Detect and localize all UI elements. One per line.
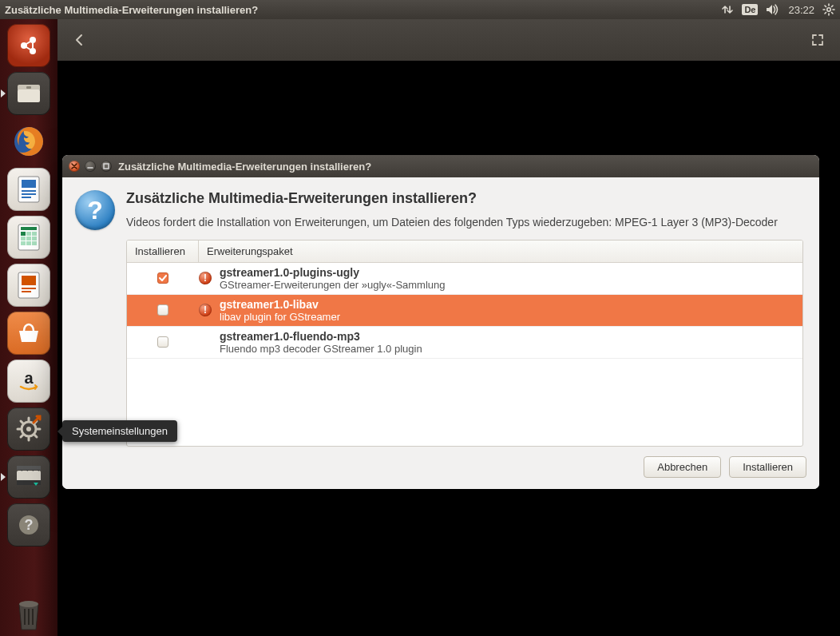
install-checkbox[interactable] (157, 304, 168, 316)
launcher-trash[interactable] (7, 593, 50, 636)
svg-rect-11 (22, 193, 36, 195)
launcher-impress[interactable] (7, 264, 50, 307)
warning-icon: ! (199, 272, 212, 284)
svg-rect-39 (28, 609, 30, 625)
install-checkbox[interactable] (157, 272, 168, 284)
dialog-description: Videos fordert die Installation von Erwe… (126, 215, 803, 230)
gear-icon[interactable] (822, 3, 835, 16)
back-button[interactable] (69, 29, 91, 51)
clock[interactable]: 23:22 (788, 4, 814, 16)
svg-rect-6 (26, 86, 31, 89)
window-minimize-button[interactable] (85, 161, 96, 172)
dialog-titlebar[interactable]: Zusätzliche Multimedia-Erweiterungen ins… (62, 155, 819, 177)
svg-rect-19 (26, 237, 31, 240)
svg-point-37 (19, 601, 38, 607)
package-desc: libav plugin for GStreamer (220, 311, 796, 323)
svg-rect-20 (32, 237, 37, 240)
svg-rect-26 (22, 288, 36, 289)
svg-rect-22 (26, 241, 31, 245)
top-panel: Zusätzliche Multimedia-Erweiterungen ins… (0, 0, 840, 19)
svg-text:a: a (24, 369, 34, 387)
svg-rect-18 (21, 237, 26, 240)
svg-rect-41 (104, 164, 109, 169)
launcher-amazon[interactable]: a (7, 360, 50, 403)
svg-rect-25 (22, 276, 36, 285)
launcher-writer[interactable] (7, 168, 50, 211)
dialog-footer: Abbrechen Installieren (62, 447, 819, 489)
svg-rect-15 (21, 232, 26, 236)
col-install-header[interactable]: Installieren (127, 240, 199, 262)
launcher-video-editor[interactable] (7, 455, 50, 499)
svg-rect-40 (32, 609, 34, 625)
keyboard-indicator[interactable]: De (742, 4, 758, 15)
warning-icon: ! (199, 304, 212, 316)
launcher-files[interactable] (7, 72, 50, 115)
active-window-title: Zusätzliche Multimedia-Erweiterungen ins… (5, 4, 721, 16)
window-close-button[interactable] (69, 161, 80, 172)
video-app-toolbar (57, 19, 840, 61)
table-row[interactable]: !gstreamer1.0-libavlibav plugin for GStr… (127, 295, 802, 327)
svg-rect-9 (22, 180, 36, 188)
svg-rect-38 (24, 609, 26, 625)
svg-rect-27 (22, 291, 31, 292)
table-header: Installieren Erweiterungspaket (127, 240, 802, 263)
launcher-help[interactable]: ? (7, 503, 50, 547)
svg-point-30 (26, 427, 31, 431)
package-desc: Fluendo mp3 decoder GStreamer 1.0 plugin (220, 343, 796, 355)
table-row[interactable]: !gstreamer1.0-plugins-uglyGStreamer-Erwe… (127, 263, 802, 295)
package-desc: GStreamer-Erweiterungen der »ugly«-Samml… (220, 279, 796, 291)
network-icon[interactable] (721, 3, 734, 16)
svg-rect-21 (21, 241, 26, 245)
package-name: gstreamer1.0-plugins-ugly (220, 266, 796, 279)
package-name: gstreamer1.0-libav (220, 298, 796, 311)
launcher: a ? (0, 19, 57, 636)
col-package-header[interactable]: Erweiterungspaket (199, 240, 802, 262)
dialog-title: Zusätzliche Multimedia-Erweiterungen ins… (118, 161, 371, 173)
svg-rect-12 (22, 197, 31, 198)
launcher-calc[interactable] (7, 216, 50, 259)
indicator-area: De 23:22 (721, 3, 835, 16)
svg-rect-5 (18, 89, 40, 102)
table-row[interactable]: gstreamer1.0-fluendo-mp3Fluendo mp3 deco… (127, 327, 802, 359)
launcher-tooltip: Systemeinstellungen (62, 420, 177, 442)
dialog-heading: Zusätzliche Multimedia-Erweiterungen ins… (126, 190, 803, 207)
svg-rect-10 (22, 190, 36, 192)
cancel-button[interactable]: Abbrechen (644, 456, 721, 478)
question-icon: ? (75, 190, 115, 230)
window-maximize-button[interactable] (101, 161, 112, 172)
svg-rect-23 (32, 241, 37, 245)
svg-rect-14 (21, 227, 37, 230)
svg-rect-17 (32, 232, 37, 236)
svg-point-0 (827, 8, 830, 11)
running-indicator-icon (1, 89, 6, 97)
svg-text:?: ? (25, 517, 34, 533)
launcher-settings[interactable] (7, 407, 50, 451)
launcher-software-center[interactable] (7, 312, 50, 355)
sound-icon[interactable] (766, 3, 780, 16)
running-indicator-icon (1, 473, 6, 481)
fullscreen-icon[interactable] (806, 29, 829, 51)
install-checkbox[interactable] (157, 336, 168, 348)
svg-rect-33 (17, 466, 41, 470)
package-name: gstreamer1.0-fluendo-mp3 (220, 330, 796, 343)
package-table: Installieren Erweiterungspaket !gstreame… (126, 240, 803, 447)
svg-rect-16 (26, 232, 31, 236)
install-button[interactable]: Installieren (729, 456, 806, 478)
launcher-dash[interactable] (7, 24, 50, 67)
launcher-firefox[interactable] (7, 120, 50, 163)
